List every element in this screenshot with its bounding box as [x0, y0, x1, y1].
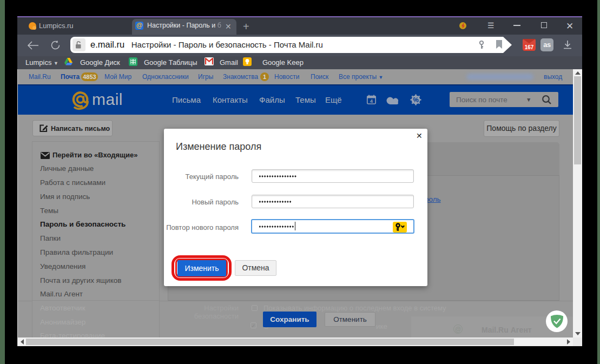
svg-text:4: 4	[370, 98, 373, 104]
svg-text:%: %	[413, 96, 419, 104]
